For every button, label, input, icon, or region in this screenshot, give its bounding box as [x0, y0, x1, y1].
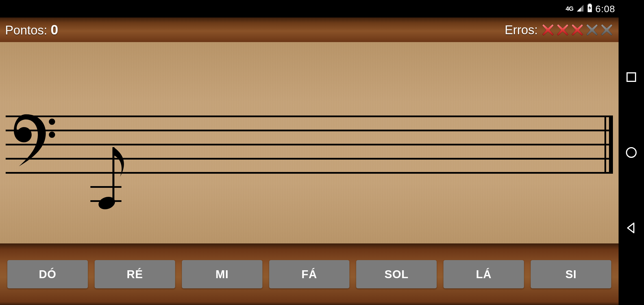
error-x-icon	[600, 23, 613, 37]
staff-line	[6, 144, 613, 145]
errors-label: Erros:	[505, 23, 538, 37]
note-button-la[interactable]: LÁ	[443, 260, 524, 288]
note-button-do[interactable]: DÓ	[7, 260, 88, 288]
network-label: 4G	[565, 5, 573, 12]
music-note-icon	[93, 147, 130, 221]
answer-buttons-bar: DÓRÉMIFÁSOLLÁSI	[0, 243, 619, 305]
note-button-mi[interactable]: MI	[182, 260, 262, 288]
svg-rect-0	[588, 4, 591, 5]
back-icon[interactable]	[625, 221, 638, 234]
final-barline	[604, 116, 613, 174]
svg-point-4	[49, 119, 55, 125]
android-status-bar: 4G 6:08	[565, 0, 619, 18]
note-button-re[interactable]: RÉ	[95, 260, 175, 288]
score-label: Pontos:	[5, 23, 47, 37]
error-x-icon	[585, 23, 599, 37]
note-button-fa[interactable]: FÁ	[269, 260, 350, 288]
note-button-si[interactable]: SI	[531, 260, 611, 288]
battery-charging-icon	[587, 3, 593, 14]
score-display: Pontos: 0	[5, 22, 58, 38]
bass-clef-icon	[9, 112, 57, 169]
recent-apps-icon[interactable]	[625, 71, 638, 84]
staff-line	[6, 116, 613, 117]
header-bar: Pontos: 0 Erros:	[0, 18, 619, 42]
svg-rect-2	[627, 73, 636, 81]
score-value: 0	[51, 22, 58, 38]
note-button-sol[interactable]: SOL	[356, 260, 437, 288]
home-icon[interactable]	[625, 146, 638, 159]
music-staff	[6, 116, 613, 178]
error-x-icon	[556, 23, 569, 37]
svg-point-3	[626, 148, 636, 157]
errors-display: Erros:	[505, 23, 613, 37]
svg-point-5	[49, 132, 55, 138]
staff-area	[0, 42, 619, 243]
error-x-icon	[541, 23, 555, 37]
signal-icon	[576, 3, 584, 14]
error-x-icon	[571, 23, 584, 37]
clock-label: 6:08	[595, 3, 615, 14]
game-area: Pontos: 0 Erros:	[0, 18, 619, 305]
staff-line	[6, 130, 613, 131]
android-nav-bar	[619, 0, 644, 305]
svg-rect-6	[112, 147, 114, 204]
